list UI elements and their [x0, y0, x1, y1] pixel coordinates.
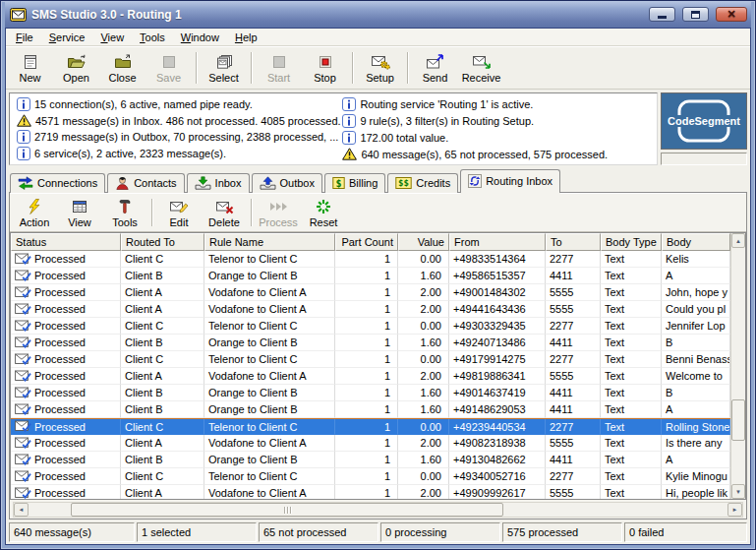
message-row[interactable]: ProcessedClient CTelenor to Client C10.0…: [11, 468, 730, 485]
cell-part_count: 1: [335, 351, 398, 368]
message-row[interactable]: ProcessedClient CTelenor to Client C10.0…: [11, 318, 730, 335]
tab-contacts[interactable]: Contacts: [107, 173, 184, 193]
app-envelope-icon: [10, 8, 27, 22]
column-header-to[interactable]: To: [546, 233, 601, 251]
start-button: Start: [256, 49, 302, 87]
minimize-button[interactable]: [649, 7, 675, 22]
message-row[interactable]: ProcessedClient AVodafone to Client A12.…: [11, 435, 730, 452]
delete-button[interactable]: Delete: [202, 196, 247, 229]
new-button[interactable]: New: [7, 49, 53, 87]
view-grid-icon: [71, 198, 88, 215]
cell-to: 2277: [546, 468, 601, 485]
cell-value: 2.00: [398, 301, 449, 318]
tab-connections[interactable]: Connections: [10, 173, 105, 193]
horizontal-scroll-thumb[interactable]: [71, 503, 504, 517]
tab-outbox[interactable]: Outbox: [252, 173, 322, 193]
tab-credits[interactable]: $$Credits: [387, 173, 458, 193]
message-row[interactable]: ProcessedClient CTelenor to Client C10.0…: [11, 418, 730, 435]
restore-button[interactable]: [682, 7, 709, 22]
message-row[interactable]: ProcessedClient BOrange to Client B11.60…: [11, 335, 730, 351]
close-icon: ✕: [727, 9, 735, 20]
column-header-from[interactable]: From: [449, 233, 546, 251]
stop-button[interactable]: Stop: [302, 49, 348, 87]
cell-rule_name: Vodafone to Client A: [204, 301, 335, 318]
menu-window[interactable]: Window: [173, 30, 227, 45]
message-row[interactable]: ProcessedClient BOrange to Client B11.60…: [11, 452, 730, 468]
tab-billing[interactable]: $Billing: [324, 173, 385, 193]
column-header-value[interactable]: Value: [398, 233, 449, 251]
cell-body: Welcome to: [662, 368, 730, 385]
cell-body_type: Text: [601, 485, 662, 499]
action-button[interactable]: Action: [12, 196, 57, 229]
svg-text:$: $: [335, 178, 341, 189]
menu-tools[interactable]: Tools: [132, 30, 173, 45]
menu-help[interactable]: Help: [227, 30, 265, 45]
menu-service[interactable]: Service: [41, 30, 93, 45]
cell-routed_to: Client C: [121, 351, 204, 368]
cell-rule_name: Orange to Client B: [204, 268, 335, 284]
cell-status: Processed: [11, 401, 121, 418]
cell-body: B: [662, 335, 730, 351]
scroll-right-button[interactable]: ►: [727, 503, 742, 517]
receive-button[interactable]: Receive: [458, 49, 504, 87]
cell-value: 2.00: [398, 435, 449, 452]
message-row[interactable]: ProcessedClient BOrange to Client B11.60…: [11, 385, 730, 401]
restore-icon: [691, 11, 700, 19]
cell-to: 5555: [546, 435, 601, 452]
message-row[interactable]: ProcessedClient AVodafone to Client A12.…: [11, 284, 730, 301]
message-row[interactable]: ProcessedClient CTelenor to Client C10.0…: [11, 351, 730, 368]
message-row[interactable]: ProcessedClient AVodafone to Client A12.…: [11, 301, 730, 318]
envelope-check-icon: [15, 320, 31, 333]
message-row[interactable]: ProcessedClient BOrange to Client B11.60…: [11, 401, 730, 418]
horizontal-scrollbar[interactable]: ◄ ►: [13, 502, 743, 518]
horizontal-scroll-track[interactable]: [29, 503, 727, 517]
column-header-body[interactable]: Body: [662, 233, 730, 251]
scroll-left-button[interactable]: ◄: [14, 503, 29, 517]
close-button[interactable]: ✕: [716, 7, 747, 22]
message-row[interactable]: ProcessedClient CTelenor to Client C10.0…: [11, 251, 730, 268]
open-button[interactable]: Open: [53, 49, 99, 87]
message-row[interactable]: ProcessedClient BOrange to Client B11.60…: [11, 268, 730, 284]
toolbar-separator: [196, 52, 197, 84]
cell-body_type: Text: [601, 335, 662, 351]
scroll-down-button[interactable]: ▼: [731, 484, 745, 499]
tools-button[interactable]: Tools: [102, 196, 147, 229]
vertical-scroll-thumb[interactable]: [731, 399, 745, 441]
info-text: Routing service 'Routing 1' is active.: [360, 98, 533, 110]
cell-rule_name: Telenor to Client C: [204, 351, 335, 368]
column-header-rule_name[interactable]: Rule Name: [204, 233, 335, 251]
select-button[interactable]: Select: [201, 49, 247, 87]
send-button[interactable]: Send: [412, 49, 458, 87]
edit-button[interactable]: Edit: [156, 196, 202, 229]
view-button[interactable]: View: [57, 196, 102, 229]
scroll-up-button[interactable]: ▲: [731, 233, 745, 248]
cell-to: 2277: [546, 318, 601, 335]
info-text: 4571 message(s) in Inbox. 486 not proces…: [35, 115, 341, 127]
message-row[interactable]: ProcessedClient AVodafone to Client A12.…: [11, 485, 730, 499]
cell-from: +49179914275: [449, 351, 546, 368]
stop-icon: [317, 53, 334, 71]
message-row[interactable]: ProcessedClient AVodafone to Client A12.…: [11, 368, 730, 385]
receive-envelope-icon: [472, 53, 492, 71]
info-text: 9 rule(s), 3 filter(s) in Routing Setup.: [360, 115, 534, 127]
tab-routing-inbox[interactable]: Routing Inbox: [460, 169, 560, 193]
setup-button[interactable]: Setup: [357, 49, 403, 87]
menu-file[interactable]: File: [8, 30, 41, 45]
cell-part_count: 1: [335, 284, 398, 301]
close-button[interactable]: Close: [99, 49, 145, 87]
routing-toolbar: ActionViewToolsEditDeleteProcessReset: [10, 193, 746, 232]
tab-inbox[interactable]: Inbox: [187, 173, 250, 193]
tab-label: Credits: [416, 177, 450, 189]
setup-envelope-gear-icon: [371, 53, 390, 71]
reset-button[interactable]: Reset: [301, 196, 346, 229]
column-header-body_type[interactable]: Body Type: [601, 233, 662, 251]
vertical-scroll-track[interactable]: [731, 248, 745, 484]
column-header-status[interactable]: Status: [11, 233, 121, 251]
cell-body: Rolling Stone: [662, 419, 730, 435]
menu-view[interactable]: View: [92, 30, 132, 45]
vertical-scrollbar[interactable]: ▲ ▼: [730, 233, 745, 499]
column-header-routed_to[interactable]: Routed To: [121, 233, 204, 251]
column-header-part_count[interactable]: Part Count: [335, 233, 398, 251]
statusbar-cell: 0 processing: [380, 522, 500, 542]
grid-header: StatusRouted ToRule NamePart CountValueF…: [11, 233, 730, 251]
